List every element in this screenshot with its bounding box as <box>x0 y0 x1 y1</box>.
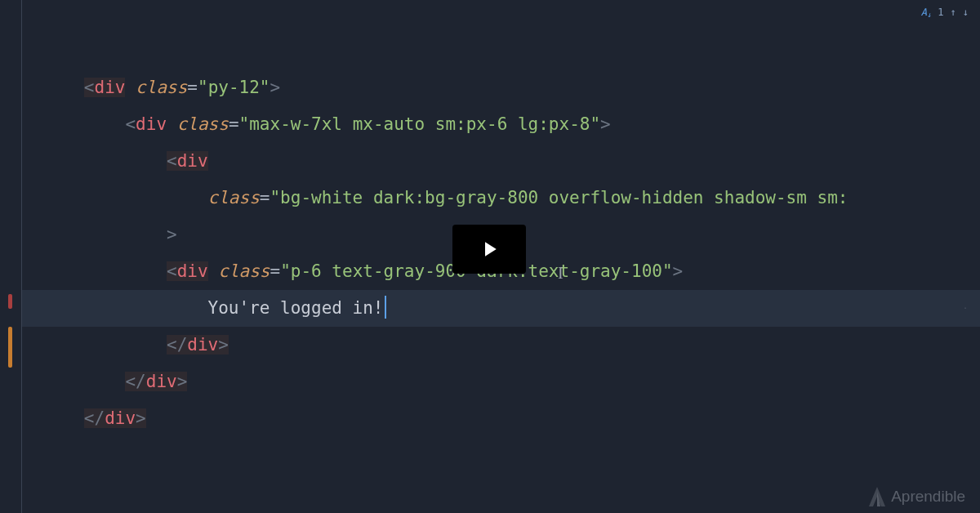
code-line[interactable]: </div> <box>22 327 980 364</box>
brand-watermark: Aprendible <box>869 487 965 506</box>
play-icon <box>477 237 501 261</box>
code-line[interactable]: <div class="py-12"> <box>22 69 980 106</box>
brand-name: Aprendible <box>891 488 965 506</box>
code-line[interactable]: <div class="max-w-7xl mx-auto sm:px-6 lg… <box>22 106 980 143</box>
line-end-indicator: · <box>963 290 968 327</box>
code-line[interactable]: class="bg-white dark:bg-gray-800 overflo… <box>22 180 980 216</box>
change-marker-modified <box>8 327 12 368</box>
text-caret <box>385 296 386 319</box>
code-line-active[interactable]: You're logged in!· <box>22 290 980 327</box>
editor-gutter <box>0 0 21 513</box>
change-marker-deleted <box>8 294 12 309</box>
code-line[interactable]: <div <box>22 143 980 180</box>
code-line[interactable]: </div> <box>22 364 980 400</box>
code-editor: A↓ 1 ↑ ↓ <div class="py-12"> <div class=… <box>0 0 980 513</box>
play-button[interactable] <box>452 225 526 274</box>
text-cursor-icon: I <box>558 264 564 283</box>
code-line[interactable]: </div> <box>22 400 980 437</box>
brand-logo-icon <box>869 487 885 506</box>
